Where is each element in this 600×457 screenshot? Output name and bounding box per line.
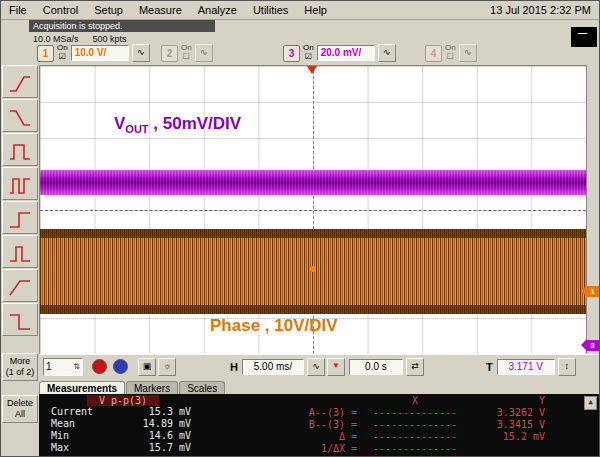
duty-cycle-icon [7, 176, 33, 196]
measurement-panel: V p-p(3) Current15.3 mV Mean14.89 mV Min… [39, 394, 599, 456]
sidebar-step-down-button[interactable] [2, 303, 38, 336]
horizontal-label: H [230, 361, 238, 373]
pulse-positive-icon [7, 244, 33, 264]
rise-time-icon [7, 278, 33, 298]
ramp-up-icon [7, 74, 33, 94]
more-button[interactable]: More (1 of 2) [2, 353, 38, 381]
delete-all-button[interactable]: Delete All [2, 395, 38, 423]
pulse-width-icon [7, 142, 33, 162]
channel-controls-row: 1 On ☑ 10.0 V/ ∿ 2 On ☐ ∿ 3 On ☑ 20.0 mV… [37, 42, 599, 64]
center-reference-dot [310, 266, 316, 272]
marker-readout: X Y A--(3) = -------------- 3.3262 V B--… [279, 395, 545, 455]
ramp-down-icon [7, 108, 33, 128]
measurement-row-min: Min14.6 mV [51, 430, 191, 442]
bottom-tabs: MeasurementsMarkersScales [39, 378, 599, 394]
channel-3-button[interactable]: 3 [283, 45, 300, 62]
menu-analyze[interactable]: Analyze [198, 4, 237, 16]
channel-3-controls: 3 On ☑ 20.0 mV/ ∿ [283, 42, 396, 64]
channel-4-button[interactable]: 4 [425, 45, 442, 62]
layers-button[interactable]: ▣ [138, 358, 156, 376]
channel-3-scale-value[interactable]: 20.0 mV/ [317, 45, 375, 61]
channel-1-level-marker[interactable]: 1 [586, 286, 599, 297]
sidebar-rise-time-button[interactable] [2, 269, 38, 302]
step-down-icon [7, 312, 33, 332]
sidebar-step-up-button[interactable] [2, 201, 38, 234]
channel-3-check-icon[interactable]: ☑ [305, 53, 312, 62]
step-up-icon [7, 210, 33, 230]
channel-2-coupling-icon[interactable]: ∿ [195, 44, 213, 62]
marker-row-inverse-dx: 1/ΔX = -------------- [279, 443, 545, 455]
sidebar-ramp-down-button[interactable] [2, 99, 38, 132]
measurement-header: V p-p(3) [87, 395, 159, 406]
channel-1-coupling-icon[interactable]: ∿ [132, 44, 150, 62]
menu-file[interactable]: File [9, 4, 27, 16]
sidebar-pulse-positive-button[interactable] [2, 235, 38, 268]
timebase-value[interactable]: 5.00 ms/ [242, 359, 304, 375]
minimize-icon: — [578, 28, 587, 38]
panel-scrollbar[interactable]: ▲ [584, 396, 597, 410]
run-stop-button[interactable] [92, 359, 107, 374]
sidebar-ramp-up-button[interactable] [2, 65, 38, 98]
graticule-center-horizontal [40, 210, 586, 211]
horizontal-fine-icon[interactable]: ∿ [307, 358, 325, 376]
sidebar-duty-cycle-button[interactable] [2, 167, 38, 200]
measurement-row-current: Current15.3 mV [51, 406, 191, 418]
waveform-select-spinner[interactable]: 1⇅ [43, 358, 83, 376]
channel-1-button[interactable]: 1 [37, 45, 54, 62]
phase-annotation: Phase , 10V/DIV [210, 316, 338, 336]
channel-2-button[interactable]: 2 [161, 45, 178, 62]
waveform-display: VOUT , 50mV/DIV Phase , 10V/DIV [39, 65, 587, 355]
marker-header-row: X Y [279, 395, 545, 407]
trigger-label: T [486, 361, 493, 373]
single-button[interactable] [113, 359, 128, 374]
horizontal-toolbar: 1⇅ ▣ ☼ H 5.00 ms/ ∿ ▼ 0.0 s ⇄ T 3.171 V … [39, 354, 599, 378]
menu-bar: File Control Setup Measure Analyze Utili… [1, 1, 599, 20]
delay-value[interactable]: 0.0 s [349, 359, 403, 375]
marker-row-a: A--(3) = -------------- 3.3262 V [279, 407, 545, 419]
spinner-arrows-icon[interactable]: ⇅ [73, 362, 80, 371]
vout-annotation: VOUT , 50mV/DIV [114, 114, 241, 135]
menu-setup[interactable]: Setup [94, 4, 123, 16]
channel-4-controls: 4 On ☐ ∿ [425, 42, 477, 64]
marker-row-b: B--(3) = -------------- 3.3415 V [279, 419, 545, 431]
menu-utilities[interactable]: Utilities [253, 4, 288, 16]
channel-2-controls: 2 On ☐ ∿ [161, 42, 213, 64]
channel-1-check-icon[interactable]: ☑ [59, 53, 66, 62]
measurement-sidebar: More (1 of 2) Delete All [1, 65, 40, 456]
menu-measure[interactable]: Measure [139, 4, 182, 16]
channel-4-coupling-icon[interactable]: ∿ [459, 44, 477, 62]
trigger-updown-button[interactable]: ↕ [558, 358, 576, 376]
channel-3-coupling-icon[interactable]: ∿ [378, 44, 396, 62]
acquisition-state-label: Acquisition is stopped. [29, 20, 215, 32]
measurement-row-mean: Mean14.89 mV [51, 418, 191, 430]
sidebar-pulse-width-button[interactable] [2, 133, 38, 166]
measurement-row-max: Max15.7 mV [51, 442, 191, 454]
menu-help[interactable]: Help [304, 4, 327, 16]
measurement-table: V p-p(3) Current15.3 mV Mean14.89 mV Min… [51, 395, 191, 454]
marker-row-delta: Δ = -------------- 15.2 mV [279, 431, 545, 443]
datetime-label: 13 Jul 2015 2:32 PM [490, 4, 591, 16]
channel-1-controls: 1 On ☑ 10.0 V/ ∿ [37, 42, 150, 64]
channel-4-check-icon[interactable]: ☐ [447, 53, 454, 62]
channel-3-level-marker[interactable]: 3 [586, 340, 599, 351]
oscilloscope-screen: File Control Setup Measure Analyze Utili… [0, 0, 600, 457]
brightness-button[interactable]: ☼ [158, 358, 176, 376]
pan-arrows-button[interactable]: ⇄ [406, 358, 424, 376]
vout-waveform [40, 170, 586, 195]
trigger-level-value[interactable]: 3.171 V [497, 359, 555, 375]
channel-2-check-icon[interactable]: ☐ [183, 53, 190, 62]
channel-1-scale-value[interactable]: 10.0 V/ [71, 45, 129, 61]
trigger-time-icon[interactable]: ▼ [327, 358, 345, 376]
menu-control[interactable]: Control [43, 4, 78, 16]
trigger-position-marker[interactable] [307, 66, 317, 74]
